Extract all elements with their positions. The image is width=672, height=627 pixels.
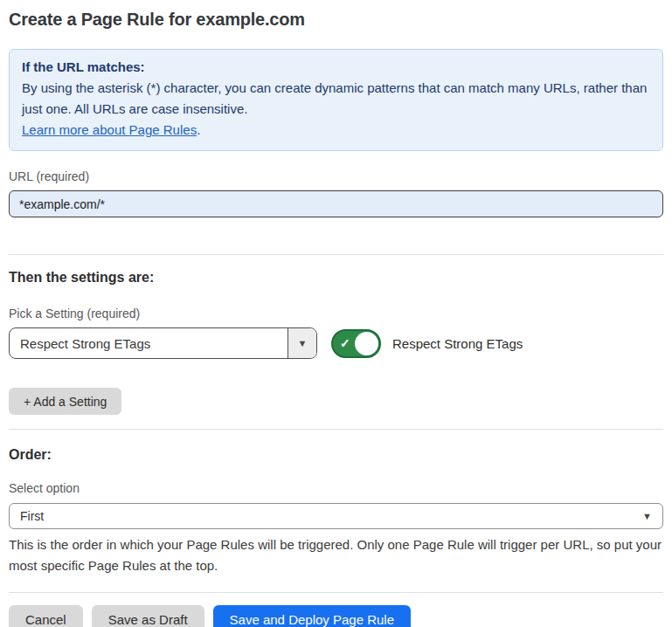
- section-divider: [9, 254, 663, 255]
- url-field-label: URL (required): [9, 169, 663, 183]
- info-box-body: By using the asterisk (*) character, you…: [22, 78, 650, 120]
- footer-actions: Cancel Save as Draft Save and Deploy Pag…: [9, 605, 663, 627]
- save-deploy-button[interactable]: Save and Deploy Page Rule: [213, 605, 411, 627]
- info-box-heading: If the URL matches:: [22, 57, 650, 78]
- order-help-text: This is the order in which your Page Rul…: [9, 534, 663, 576]
- info-box-link-line: Learn more about Page Rules.: [22, 120, 650, 141]
- order-section-heading: Order:: [9, 447, 663, 463]
- add-setting-button[interactable]: + Add a Setting: [9, 388, 121, 415]
- order-select-value: First: [20, 509, 44, 523]
- page-title: Create a Page Rule for example.com: [9, 10, 663, 30]
- order-select[interactable]: First ▼: [9, 503, 663, 529]
- section-divider: [9, 429, 663, 430]
- setting-select-dropdown-button[interactable]: ▼: [288, 328, 316, 358]
- url-input[interactable]: [9, 190, 663, 217]
- caret-down-icon: ▼: [298, 338, 308, 348]
- url-matches-info-box: If the URL matches: By using the asteris…: [9, 49, 663, 151]
- footer-divider: [9, 592, 663, 593]
- pick-setting-label: Pick a Setting (required): [9, 307, 663, 320]
- check-icon: ✓: [340, 336, 350, 350]
- save-draft-button[interactable]: Save as Draft: [92, 605, 204, 627]
- caret-down-icon: ▼: [642, 511, 652, 521]
- settings-section-heading: Then the settings are:: [9, 270, 663, 286]
- order-select-label: Select option: [9, 481, 663, 495]
- setting-select[interactable]: Respect Strong ETags ▼: [9, 327, 317, 359]
- setting-row: Respect Strong ETags ▼ ✓ Respect Strong …: [9, 327, 663, 359]
- setting-select-value: Respect Strong ETags: [10, 328, 288, 358]
- respect-strong-etags-toggle[interactable]: ✓: [331, 329, 381, 358]
- link-suffix: .: [197, 122, 200, 137]
- toggle-label: Respect Strong ETags: [392, 336, 523, 351]
- cancel-button[interactable]: Cancel: [9, 605, 83, 627]
- toggle-knob: [355, 332, 378, 355]
- learn-more-link[interactable]: Learn more about Page Rules: [22, 122, 197, 137]
